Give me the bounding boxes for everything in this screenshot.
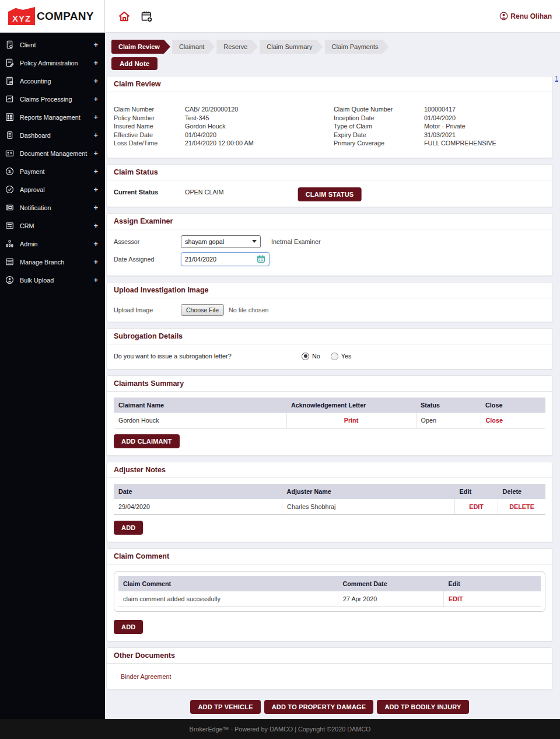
section-title: Claim Review [114,80,545,88]
field-value: 01/04/2020 [424,114,545,123]
sidebar-item-reports-management[interactable]: Reports Management [0,108,105,126]
section-title: Adjuster Notes [114,466,545,474]
subrogation-details-card: Subrogation Details Do you want to issue… [106,328,553,370]
adjuster-notes-table-wrap: Date Adjuster Name Edit Delete 29/04/202… [107,478,552,515]
date-assigned-input[interactable]: 21/04/2020 [181,252,270,266]
sidebar-item-notification[interactable]: Notification [0,198,105,217]
sidebar-item-payment[interactable]: $ Payment [0,162,105,180]
add-tp-vehicle-button[interactable]: ADD TP VEHICLE [190,700,260,714]
field-label: Primary Coverage [334,139,424,148]
claim-status-header: Claim Status [107,165,552,180]
claim-status-button[interactable]: CLAIM STATUS [298,187,362,201]
claim-review-body: Claim Number CAB/ 20/20000120 Claim Quot… [107,92,552,158]
sidebar-item-bulk-upload[interactable]: Bulk Upload [0,271,105,289]
expand-plus-icon[interactable] [93,276,98,284]
tab-claim-review[interactable]: Claim Review [111,40,170,54]
column-header: Date [114,484,282,499]
radio-no-selected[interactable] [302,353,309,360]
sidebar-item-accounting[interactable]: Accounting [0,72,105,90]
expand-plus-icon[interactable] [93,40,98,49]
expand-plus-icon[interactable] [93,58,98,67]
sidebar-item-label: Approval [20,186,45,193]
delete-link[interactable]: DELETE [509,503,534,510]
manage-branch-icon [5,257,15,267]
add-note-button[interactable]: Add Note [111,57,158,70]
expand-plus-icon[interactable] [93,221,98,230]
company-logo[interactable]: XYZ COMPANY [0,0,105,32]
add-claim-comment-button[interactable]: ADD [114,620,143,634]
sidebar-item-document-management[interactable]: Document Management [0,144,105,162]
app-window: XYZ COMPANY [0,0,560,739]
claimants-summary-table: Claimant Name Acknowledgement Letter Sta… [114,398,545,428]
home-icon[interactable] [117,9,132,24]
add-claimant-button[interactable]: ADD CLAIMANT [114,434,180,448]
sidebar-item-claims-processing[interactable]: Claims Processing [0,90,105,108]
expand-plus-icon[interactable] [93,113,98,121]
sidebar-item-label: Document Management [20,150,87,157]
sidebar-item-client[interactable]: Client [0,36,105,54]
field-label: Effective Date [114,131,185,140]
sidebar-item-label: Bulk Upload [20,277,54,284]
page-link-1[interactable]: 1 [555,75,558,82]
print-link[interactable]: Print [344,417,359,424]
table-row: claim comment added successfully 27 Apr … [118,591,541,607]
calendar-picker-icon[interactable] [257,255,265,263]
choose-file-button[interactable]: Choose File [181,304,224,316]
expand-plus-icon[interactable] [93,76,98,85]
edit-link[interactable]: EDIT [449,595,463,602]
expand-plus-icon[interactable] [93,185,98,194]
assessor-select[interactable]: shayam gopal [181,235,261,248]
radio-option-yes[interactable]: Yes [331,353,352,360]
sidebar-item-label: Client [20,41,36,48]
other-documents-body: Binder Agreement [107,664,552,689]
expand-plus-icon[interactable] [93,131,98,140]
expand-plus-icon[interactable] [93,95,98,103]
other-documents-card: Other Documents Binder Agreement [106,647,553,690]
column-header: Claim Comment [118,576,338,591]
calendar-add-icon[interactable] [139,9,154,24]
sidebar-item-dashboard[interactable]: Dashboard [0,126,105,144]
upload-investigation-card: Upload Investigation Image Upload Image … [106,282,553,322]
sidebar-item-label: Notification [20,204,51,211]
sidebar-item-label: Policy Administration [20,60,78,67]
radio-option-no[interactable]: No [302,353,320,360]
column-header: Comment Date [338,576,443,591]
expand-plus-icon[interactable] [93,149,98,158]
sidebar-item-crm[interactable]: CRM [0,217,105,235]
sidebar-item-policy-administration[interactable]: Policy Administration [0,54,105,72]
expand-plus-icon[interactable] [93,239,98,248]
tab-claimant[interactable]: Claimant [172,40,215,54]
table-row: 29/04/2020 Charles Shobhraj EDIT DELETE [114,499,545,515]
upload-investigation-header: Upload Investigation Image [107,283,552,298]
field-label: Expiry Date [334,131,424,140]
tab-claim-summary[interactable]: Claim Summary [260,40,323,54]
section-title: Claimants Summary [114,379,545,388]
add-tp-bodily-injury-button[interactable]: ADD TP BODILY INJURY [377,700,468,714]
assign-examiner-card: Assign Examiner Assessor shayam gopal In… [106,213,553,276]
logo-company-text: COMPANY [37,10,94,23]
field-label: Claim Quote Number [334,105,424,114]
close-link[interactable]: Close [486,417,503,424]
sidebar-item-admin[interactable]: Admin [0,235,105,253]
sidebar-item-approval[interactable]: Approval [0,180,105,198]
column-header: Edit [455,484,498,499]
footer-text: BrokerEdge™ - Powered by DAMCO | Copyrig… [190,726,371,733]
crm-icon [5,221,15,231]
expand-plus-icon[interactable] [93,167,98,176]
expand-plus-icon[interactable] [93,257,98,266]
add-adjuster-note-button[interactable]: ADD [114,521,143,535]
radio-yes-unselected[interactable] [331,353,338,360]
document-management-icon [5,148,15,158]
expand-plus-icon[interactable] [93,203,98,212]
chevron-down-icon [252,240,257,243]
add-to-property-damage-button[interactable]: ADD TO PROPERTY DAMAGE [264,700,374,714]
tab-reserve[interactable]: Reserve [216,40,258,54]
user-name: Renu Olihan [510,12,552,20]
adjuster-notes-header: Adjuster Notes [107,462,552,478]
tab-claim-payments[interactable]: Claim Payments [325,40,389,54]
binder-agreement-link[interactable]: Binder Agreement [121,673,171,680]
user-menu[interactable]: Renu Olihan [499,12,552,20]
sidebar-item-label: Manage Branch [20,259,64,266]
sidebar-item-manage-branch[interactable]: Manage Branch [0,253,105,271]
edit-link[interactable]: EDIT [469,503,484,510]
